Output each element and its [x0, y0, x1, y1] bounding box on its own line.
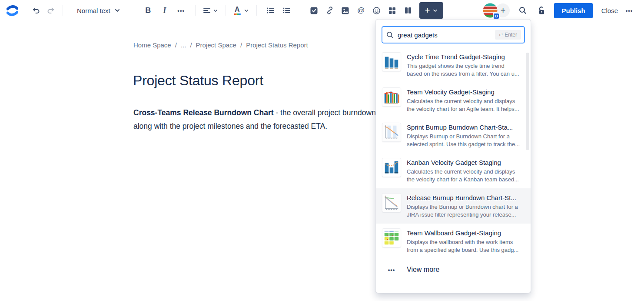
gadget-title: Kanban Velocity Gadget-Staging — [407, 159, 521, 166]
insert-element-dropdown: ↵ Enter Cycle Time Trend Gadget-Staging … — [375, 19, 531, 293]
toolbar-divider — [301, 5, 301, 16]
insert-image-button[interactable] — [339, 3, 352, 17]
unlocked-padlock-icon — [537, 7, 545, 15]
gadget-title: Team Wallboard Gadget-Staging — [407, 229, 521, 237]
list-item-team-velocity[interactable]: Team Velocity Gadget-Staging Calculates … — [376, 83, 531, 118]
image-icon — [342, 7, 349, 14]
bullet-list-button[interactable] — [264, 3, 278, 17]
undo-icon — [31, 7, 40, 14]
emoji-button[interactable] — [370, 3, 384, 17]
close-button[interactable]: Close — [597, 3, 622, 18]
ellipsis-icon: ••• — [382, 267, 401, 273]
list-item-text: Team Velocity Gadget-Staging Calculates … — [407, 87, 521, 113]
redo-icon — [47, 7, 56, 14]
gadget-result-list: Cycle Time Trend Gadget-Staging This gad… — [376, 47, 531, 281]
more-actions-button[interactable]: ••• — [622, 3, 636, 17]
view-more-button[interactable]: ••• View more — [376, 259, 531, 281]
team-wallboard-icon — [382, 228, 401, 247]
confluence-logo-icon — [7, 5, 18, 16]
paragraph-bold-text: Cross-Teams Release Burndown Chart — [133, 108, 274, 117]
avatar-status-badge: D — [493, 13, 500, 20]
alignment-dropdown[interactable] — [200, 7, 221, 13]
undo-button[interactable] — [29, 3, 43, 17]
list-item-text: Kanban Velocity Gadget-Staging Calculate… — [407, 158, 521, 184]
insert-element-button[interactable]: + — [419, 2, 444, 19]
publish-button[interactable]: Publish — [554, 3, 592, 18]
enter-key-hint: ↵ Enter — [495, 30, 521, 40]
view-more-label: View more — [407, 266, 439, 274]
list-item-text: Team Wallboard Gadget-Staging Displays t… — [407, 228, 521, 254]
chevron-down-icon — [213, 9, 218, 12]
release-burnup-burndown-chart-icon — [382, 193, 401, 212]
breadcrumb-separator: / — [190, 41, 192, 49]
breadcrumb: Home Space / ... / Project Space / Proje… — [133, 41, 308, 49]
list-item-text: Release Burnup Burndown Chart-St... Disp… — [407, 193, 521, 219]
layouts-button[interactable] — [401, 3, 415, 17]
cycle-time-trend-chart-icon — [382, 52, 401, 71]
plus-icon: + — [501, 6, 506, 16]
task-list-button[interactable] — [307, 3, 321, 17]
gadget-description: This gadget shows the cycle time trend b… — [407, 62, 521, 78]
bold-button[interactable]: B — [141, 3, 155, 17]
list-item-release-burnup-burndown[interactable]: Release Burnup Burndown Chart-St... Disp… — [376, 188, 531, 224]
editor-toolbar: Normal text B I ••• A — [0, 0, 644, 21]
list-item-text: Cycle Time Trend Gadget-Staging This gad… — [407, 52, 521, 78]
team-velocity-chart-icon — [382, 87, 401, 107]
italic-icon: I — [163, 6, 166, 15]
numbered-list-button[interactable] — [280, 3, 294, 17]
toolbar-divider — [226, 5, 226, 16]
user-avatar[interactable]: D — [482, 3, 498, 18]
dropdown-scrollbar-thumb[interactable] — [526, 53, 529, 150]
list-item-sprint-burnup-burndown[interactable]: Sprint Burnup Burndown Chart-Sta... Disp… — [376, 118, 531, 153]
list-item-team-wallboard[interactable]: Team Wallboard Gadget-Staging Displays t… — [376, 224, 531, 259]
toolbar-divider — [256, 5, 257, 16]
gadget-search-box[interactable]: ↵ Enter — [382, 26, 525, 43]
toolbar-divider — [134, 5, 134, 16]
columns-icon — [405, 7, 412, 14]
gadget-search-input[interactable] — [398, 31, 495, 39]
toolbar-divider — [63, 5, 63, 16]
chevron-down-icon — [244, 9, 249, 12]
numbered-list-icon — [283, 7, 290, 13]
text-color-dropdown[interactable]: A — [230, 6, 252, 15]
restrictions-button[interactable] — [534, 3, 548, 17]
breadcrumb-project-space[interactable]: Project Space — [196, 41, 236, 49]
text-style-dropdown[interactable]: Normal text — [73, 7, 123, 14]
breadcrumb-home-space[interactable]: Home Space — [133, 41, 171, 49]
document-paragraph[interactable]: Cross-Teams Release Burndown Chart - the… — [133, 106, 403, 133]
gadget-description: Calculates the current velocity and disp… — [407, 97, 521, 113]
link-button[interactable] — [323, 3, 337, 17]
bullet-list-icon — [267, 7, 274, 13]
paragraph-line-2: along with the project milestones and th… — [133, 120, 403, 133]
toolbar-divider — [195, 5, 196, 16]
search-button[interactable] — [516, 3, 530, 17]
kanban-velocity-chart-icon — [382, 158, 401, 177]
more-icon: ••• — [177, 7, 185, 14]
gadget-title: Sprint Burnup Burndown Chart-Sta... — [407, 124, 521, 131]
chevron-down-icon — [115, 9, 120, 12]
gadget-description: Displays Burnup or Burndown Chart for a … — [407, 133, 521, 148]
text-formatting-more-button[interactable]: ••• — [174, 3, 188, 17]
list-item-cycle-time-trend[interactable]: Cycle Time Trend Gadget-Staging This gad… — [376, 47, 531, 83]
gadget-title: Cycle Time Trend Gadget-Staging — [407, 53, 521, 60]
gadget-description: Displays the Burnup or Burndown chart fo… — [407, 203, 521, 219]
bold-icon: B — [145, 6, 151, 15]
plus-icon: + — [425, 6, 430, 15]
confluence-logo[interactable] — [5, 3, 19, 17]
gadget-title: Team Velocity Gadget-Staging — [407, 88, 521, 96]
table-icon — [388, 7, 396, 14]
breadcrumb-current-page[interactable]: Project Status Report — [246, 41, 308, 49]
gadget-description: Calculates the current velocity and disp… — [407, 168, 521, 184]
list-item-kanban-velocity[interactable]: Kanban Velocity Gadget-Staging Calculate… — [376, 153, 531, 188]
italic-button[interactable]: I — [158, 3, 172, 17]
breadcrumb-ellipsis[interactable]: ... — [181, 41, 186, 49]
link-icon — [326, 7, 334, 14]
paragraph-line-1: Cross-Teams Release Burndown Chart - the… — [133, 106, 403, 120]
page-title[interactable]: Project Status Report — [133, 73, 263, 89]
list-item-text: Sprint Burnup Burndown Chart-Sta... Disp… — [407, 123, 521, 148]
mention-button[interactable]: @ — [354, 3, 368, 17]
insert-table-button[interactable] — [385, 3, 399, 17]
gadget-title: Release Burnup Burndown Chart-St... — [407, 194, 521, 201]
text-color-icon: A — [234, 6, 241, 15]
redo-button[interactable] — [44, 3, 58, 17]
